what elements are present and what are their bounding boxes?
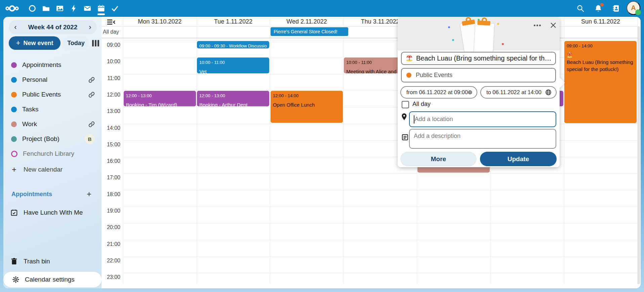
event-editor-popup: Beach Luau (Bring something special for … xyxy=(398,17,560,167)
hour-label: 18:00 xyxy=(102,191,120,197)
search-button[interactable] xyxy=(574,2,587,15)
settings-label: Calendar settings xyxy=(25,276,75,283)
event-time: 10:00 - 11:00 xyxy=(199,59,267,66)
event-title: Open Office Lunch xyxy=(273,101,340,108)
sidebar-calendar-public-events[interactable]: Public Events xyxy=(6,87,99,102)
active-app-indicator xyxy=(97,13,105,15)
top-bar: A xyxy=(0,0,644,17)
event-vet[interactable]: 10:00 - 11:00Vet xyxy=(197,58,269,73)
hour-label: 14:00 xyxy=(102,125,120,131)
scrollbar[interactable] xyxy=(637,26,640,284)
notification-badge xyxy=(600,3,604,6)
all-day-label: All day xyxy=(103,29,119,35)
app-icon-photos[interactable] xyxy=(53,2,67,15)
sidebar-calendar-project-bob-[interactable]: Project (Bob)B xyxy=(6,132,99,146)
event-beach-luau-bring-something-spe[interactable]: 09:00 - 14:00 Beach Luau (Bring somethin… xyxy=(564,41,637,123)
event-title: Booking - Arthur Dent xyxy=(199,101,267,106)
hour-line xyxy=(123,124,638,124)
day-header: Sun 6.11.2022 xyxy=(564,17,638,26)
hour-label: 10:00 xyxy=(102,59,120,65)
today-button[interactable]: Today xyxy=(63,36,89,50)
sidebar-calendar-fenchurch-library[interactable]: Fenchurch Library xyxy=(6,146,99,161)
grid-column-line xyxy=(344,17,344,284)
clipboard-front xyxy=(473,23,494,57)
new-event-button[interactable]: + New event xyxy=(9,36,61,50)
grid-column-line xyxy=(637,17,638,284)
event-booking-arthur-dent[interactable]: 12:00 - 13:00Booking - Arthur Dent xyxy=(197,91,269,106)
add-appointment-button[interactable]: + xyxy=(85,189,93,199)
event-time: 12:00 - 13:00 xyxy=(126,93,194,99)
hour-line xyxy=(123,207,638,207)
event-time: 12:00 - 14:00 xyxy=(273,93,340,99)
calendar-color-dot xyxy=(11,107,17,112)
nextcloud-logo-icon xyxy=(5,3,19,13)
close-icon[interactable] xyxy=(548,20,559,31)
app-icon-mail[interactable] xyxy=(81,2,94,15)
calendar-select-value: Public Events xyxy=(416,72,452,79)
event-time: 12:00 - 13:00 xyxy=(199,93,267,99)
event-title-input[interactable]: Beach Luau (Bring something special for … xyxy=(401,52,556,65)
new-calendar-button[interactable]: + New calendar xyxy=(6,162,99,177)
more-button[interactable]: More xyxy=(400,152,477,166)
sidebar-calendar-personal[interactable]: Personal xyxy=(6,72,99,87)
more-actions-icon[interactable] xyxy=(531,20,543,31)
event-title: Beach Luau (Bring something special for … xyxy=(567,51,634,73)
day-header: Wed 2.11.2022 xyxy=(270,17,344,26)
calendar-color-dot xyxy=(406,73,411,78)
sidebar: ‹ Week 44 of 2022 › + New event Today Ap… xyxy=(3,17,102,288)
hour-label: 19:00 xyxy=(102,208,120,214)
event-open-office-lunch[interactable]: 12:00 - 14:00Open Office Lunch xyxy=(271,91,343,123)
calendar-settings-button[interactable]: Calendar settings xyxy=(3,272,102,287)
app-icon-activity[interactable] xyxy=(67,2,80,15)
hour-label: 23:00 xyxy=(102,274,120,280)
text-cursor xyxy=(414,115,414,123)
shared-link-icon[interactable] xyxy=(88,121,95,127)
hour-line xyxy=(123,256,638,257)
sidebar-calendar-tasks[interactable]: Tasks xyxy=(6,102,99,117)
day-header: Tue 1.11.2022 xyxy=(197,17,270,26)
shared-link-icon[interactable] xyxy=(88,92,95,98)
week-grid: All day Mon 31.10.2022Tue 1.11.2022Wed 2… xyxy=(102,17,641,288)
sidebar-calendar-appointments[interactable]: Appointments xyxy=(6,58,99,72)
calendar-select[interactable]: Public Events xyxy=(401,68,556,82)
app-icon-calendar[interactable] xyxy=(94,2,108,15)
description-input[interactable]: Add a description xyxy=(409,129,556,149)
hour-label: 20:00 xyxy=(102,224,120,230)
next-week-button[interactable]: › xyxy=(83,23,97,32)
beach-emoji xyxy=(567,51,573,59)
sidebar-calendar-work[interactable]: Work xyxy=(6,117,99,132)
timezone-globe-icon xyxy=(545,89,552,96)
week-title: Week 44 of 2022 xyxy=(28,24,77,31)
calendar-color-dot xyxy=(11,92,17,98)
start-datetime-picker[interactable]: from 06.11.2022 at 09:00 xyxy=(400,86,477,99)
app-icon-files[interactable] xyxy=(39,2,53,15)
end-datetime-picker[interactable]: to 06.11.2022 at 14:00 xyxy=(480,86,557,99)
view-columns-icon[interactable] xyxy=(91,39,99,47)
event-title: Booking - Tim (Wizard) xyxy=(126,101,194,106)
trash-bin-button[interactable]: Trash bin xyxy=(6,254,99,269)
shared-link-icon[interactable] xyxy=(88,77,95,83)
calendar-color-dot xyxy=(11,151,17,157)
app-icon-tasks[interactable] xyxy=(108,2,122,15)
all-day-checkbox[interactable] xyxy=(402,101,409,108)
calendar-color-dot xyxy=(11,62,17,68)
timezone-globe-icon xyxy=(468,89,472,96)
event-booking-tim-wizard-[interactable]: 12:00 - 13:00Booking - Tim (Wizard) xyxy=(124,91,196,106)
previous-week-button[interactable]: ‹ xyxy=(9,23,22,32)
calendar-label: Project (Bob) xyxy=(22,135,85,143)
hour-label: 13:00 xyxy=(102,108,120,114)
location-input[interactable]: Add a location xyxy=(409,111,556,127)
update-button[interactable]: Update xyxy=(480,152,557,166)
plus-icon: + xyxy=(16,39,21,47)
appointment-item[interactable]: Have Lunch With Me xyxy=(6,205,99,220)
hour-label: 21:00 xyxy=(102,241,120,247)
nextcloud-logo[interactable] xyxy=(5,2,19,15)
calendar-color-dot xyxy=(11,136,17,142)
event-time: 09:00 - 09:30 - Workflow Discussion xyxy=(199,43,267,48)
merge-days-icon[interactable] xyxy=(107,19,116,26)
beach-umbrella-emoji xyxy=(406,54,413,63)
event--workflow-discussion[interactable]: 09:00 - 09:30 - Workflow Discussion xyxy=(197,41,269,48)
app-icon-circle[interactable] xyxy=(26,2,39,15)
allday-event[interactable]: Pierre's General Store Closed! xyxy=(271,27,348,36)
contacts-menu-button[interactable] xyxy=(609,2,623,15)
